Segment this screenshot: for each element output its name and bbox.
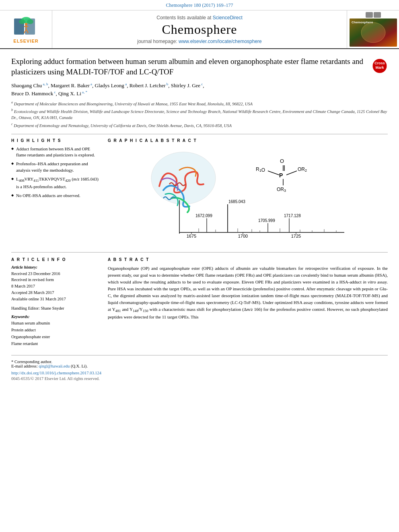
keyword-3: Organophosphate ester [11, 334, 100, 341]
svg-text:Mark: Mark [375, 66, 384, 70]
email-link[interactable]: qingl@hawaii.edu [39, 364, 70, 368]
graphical-abstract-heading: G R A P H I C A L A B S T R A C T [108, 138, 388, 143]
journal-homepage: journal homepage: www.elsevier.com/locat… [137, 39, 262, 44]
svg-line-24 [286, 171, 297, 175]
doi-link[interactable]: http://dx.doi.org/10.1016/j.chemosphere.… [11, 371, 101, 375]
article-title: Exploring adduct formation between human… [11, 56, 367, 77]
svg-text:R1O: R1O [256, 166, 265, 173]
author-2: Margaret R. Baker [51, 83, 90, 89]
svg-text:Cross: Cross [374, 61, 385, 65]
journal-citation: Chemosphere 180 (2017) 169–177 [166, 2, 233, 8]
keywords-label: Keywords: [11, 314, 100, 319]
highlights-col: H I G H L I G H T S Adduct formation bet… [11, 138, 100, 246]
article-title-section: Exploring adduct formation between human… [11, 56, 388, 77]
svg-text:1705.999: 1705.999 [258, 218, 275, 223]
sciencedirect-link[interactable]: ScienceDirect [213, 15, 243, 21]
footer-section: * Corresponding author. E-mail address: … [11, 355, 388, 381]
graphical-abstract-image: O P R1O OR2 OR3 [108, 146, 388, 246]
highlight-item-1: Adduct formation between HSA and OPE fla… [11, 146, 100, 159]
affiliations-section: a Department of Molecular Biosciences an… [11, 100, 388, 129]
svg-text:OR3: OR3 [277, 187, 286, 193]
handling-editor-name: Shane Snyder [41, 306, 64, 310]
author-5: Shirley J. Gee [171, 83, 200, 89]
elsevier-tree-icon [12, 15, 40, 37]
highlight-item-3: L408VRY411TKKVPQVST420 (m/z 1685.043) is… [11, 176, 100, 190]
author-1: Shaogang Chu [11, 83, 42, 89]
journal-name: Chemosphere [162, 22, 237, 37]
keyword-1: Human serum albumin [11, 320, 100, 327]
history-revised-label: Received in revised form [11, 277, 100, 283]
keyword-4: Flame retardant [11, 341, 100, 347]
journal-homepage-link[interactable]: www.elsevier.com/locate/chemosphere [179, 39, 262, 44]
highlights-list: Adduct formation between HSA and OPE fla… [11, 146, 100, 199]
email-person: (Q.X. Li). [71, 364, 88, 368]
journal-header: ELSEVIER Contents lists available at Sci… [0, 10, 399, 49]
svg-text:O: O [280, 158, 284, 164]
highlights-heading: H I G H L I G H T S [11, 138, 100, 143]
authors-section: Shaogang Chu a, b, Margaret R. Baker a, … [11, 82, 388, 98]
history-revised-date: 8 March 2017 [11, 283, 100, 290]
crossmark-badge-icon[interactable]: Cross Mark [372, 58, 388, 74]
svg-line-22 [268, 171, 279, 175]
contents-line: Contents lists available at ScienceDirec… [156, 15, 242, 21]
journal-top-bar: Chemosphere 180 (2017) 169–177 [0, 0, 399, 10]
svg-point-4 [19, 19, 25, 24]
cover-svg: Chemosphere [350, 18, 397, 47]
svg-text:P: P [279, 172, 283, 179]
svg-text:Chemosphere: Chemosphere [352, 21, 373, 24]
abstract-heading: A B S T R A C T [108, 257, 388, 262]
svg-point-12 [361, 23, 385, 43]
main-content: Exploring adduct formation between human… [0, 49, 399, 387]
copyright-line: 0045-6535/© 2017 Elsevier Ltd. All right… [11, 376, 388, 381]
svg-text:1725: 1725 [291, 234, 301, 238]
abstract-col: A B S T R A C T Organophosphate (OP) and… [108, 257, 388, 347]
keywords-section: Keywords: Human serum albumin Protein ad… [11, 314, 100, 347]
journal-center: Contents lists available at ScienceDirec… [52, 10, 347, 48]
article-history: Article history: Received 23 December 20… [11, 265, 100, 302]
thumb-icon-1 [366, 12, 373, 18]
corresponding-note: * Corresponding author. E-mail address: … [11, 359, 388, 368]
svg-text:1717.128: 1717.128 [284, 214, 301, 218]
journal-cover-image: Chemosphere [350, 18, 397, 47]
affil-a: a Department of Molecular Biosciences an… [11, 100, 388, 107]
article-info-col: A R T I C L E I N F O Article history: R… [11, 257, 100, 347]
graphical-abstract-col: G R A P H I C A L A B S T R A C T [108, 138, 388, 246]
keyword-2: Protein adduct [11, 327, 100, 334]
svg-point-5 [27, 19, 33, 24]
article-info-heading: A R T I C L E I N F O [11, 257, 100, 262]
thumb-icon-2 [374, 12, 381, 18]
email-label: E-mail address: [11, 364, 39, 368]
abstract-text: Organophosphate (OP) and organophosphate… [108, 265, 388, 321]
highlight-item-4: No OPE-HSA adducts are observed. [11, 193, 100, 199]
highlight-item-2: Profenofos–HSA adduct preparation and an… [11, 161, 100, 174]
history-online: Available online 31 March 2017 [11, 296, 100, 302]
author-7: Qing X. Li [58, 90, 81, 97]
handling-editor-label: Handling Editor: [11, 306, 41, 310]
svg-point-6 [25, 23, 27, 25]
divider-1 [11, 134, 388, 134]
history-accepted: Accepted 28 March 2017 [11, 290, 100, 296]
spectrum-svg: O P R1O OR2 OR3 [108, 146, 388, 246]
svg-text:OR2: OR2 [298, 166, 307, 173]
elsevier-logo: ELSEVIER [12, 15, 40, 43]
svg-text:1685.043: 1685.043 [228, 199, 245, 204]
page-wrapper: Chemosphere 180 (2017) 169–177 [0, 0, 399, 387]
elsevier-logo-section: ELSEVIER [0, 10, 52, 48]
author-4: Robert J. Letcher [130, 83, 166, 89]
svg-text:1700: 1700 [238, 234, 248, 238]
handling-editor-section: Handling Editor: Shane Snyder [11, 306, 100, 310]
bottom-section: A R T I C L E I N F O Article history: R… [11, 252, 388, 347]
corresponding-label: * Corresponding author. [11, 359, 52, 364]
svg-text:1675: 1675 [187, 234, 196, 238]
doi-line: http://dx.doi.org/10.1016/j.chemosphere.… [11, 371, 388, 375]
thumb-icons [366, 12, 381, 18]
svg-text:1672.099: 1672.099 [195, 214, 212, 218]
highlights-abstract-section: H I G H L I G H T S Adduct formation bet… [11, 138, 388, 246]
author-6: Bruce D. Hammock [11, 90, 53, 97]
history-label: Article history: [11, 265, 100, 269]
affil-b: b Ecotoxicology and Wildlife Health Divi… [11, 108, 388, 121]
elsevier-label: ELSEVIER [13, 39, 38, 43]
affil-c: c Department of Entomology and Nematolog… [11, 122, 388, 129]
journal-cover-right: Chemosphere [347, 10, 399, 48]
history-received: Received 23 December 2016 [11, 271, 100, 277]
